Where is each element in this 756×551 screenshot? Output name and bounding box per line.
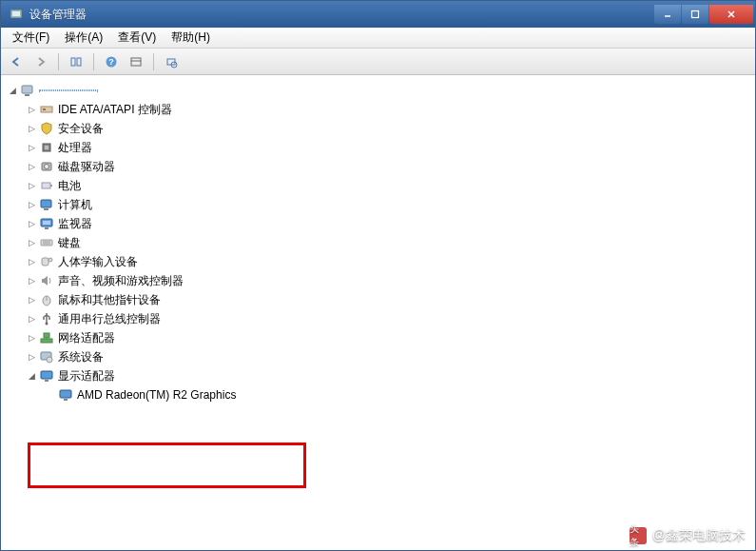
svg-point-39 [47,357,52,363]
tree-category[interactable]: ▷ 安全设备 [5,119,751,138]
tree-category[interactable]: ▷ 电池 [5,176,751,195]
category-label[interactable]: 网络适配器 [58,330,115,346]
tree-view[interactable]: ◢ ▷ IDE ATA/ATAPI 控制器 ▷ 安全设备 ▷ 处理器 ▷ 磁盘驱… [1,75,755,550]
tree-category[interactable]: ▷ 磁盘驱动器 [5,157,751,176]
tree-category[interactable]: ▷ 计算机 [5,195,751,214]
collapse-icon[interactable]: ◢ [26,370,37,382]
tree-device[interactable]: AMD Radeon(TM) R2 Graphics [5,385,751,404]
category-label[interactable]: 声音、视频和游戏控制器 [58,273,184,289]
category-label[interactable]: 处理器 [58,140,92,156]
battery-icon [39,178,54,193]
category-label[interactable]: 显示适配器 [58,368,115,384]
svg-rect-26 [45,227,48,229]
scan-button[interactable] [160,51,183,72]
tree-category[interactable]: ▷ 监视器 [5,214,751,233]
menu-view[interactable]: 查看(V) [110,28,164,48]
expand-icon[interactable]: ▷ [26,218,37,229]
tree-root[interactable]: ◢ [5,81,751,100]
svg-rect-14 [41,107,52,112]
menubar: 文件(F) 操作(A) 查看(V) 帮助(H) [1,28,755,49]
menu-file[interactable]: 文件(F) [5,28,57,48]
expand-icon[interactable]: ▷ [26,275,37,286]
forward-button[interactable] [29,51,52,72]
expand-icon[interactable]: ▷ [26,161,37,172]
disk-icon [39,159,54,174]
svg-rect-40 [41,371,52,379]
svg-rect-4 [71,58,75,66]
svg-rect-20 [42,183,50,188]
category-label[interactable]: 系统设备 [58,349,104,365]
network-icon [39,330,54,345]
expand-icon[interactable]: ▷ [26,332,37,344]
toolbar-separator [58,53,59,70]
root-label[interactable] [39,89,98,91]
svg-text:?: ? [108,57,114,67]
svg-rect-17 [45,146,48,149]
svg-rect-13 [25,94,29,96]
menu-help[interactable]: 帮助(H) [164,28,218,48]
tree-category[interactable]: ▷ 系统设备 [5,347,751,366]
minimize-button[interactable] [654,5,681,24]
expand-icon[interactable]: ▷ [26,294,37,305]
category-label[interactable]: 计算机 [58,197,92,213]
expand-icon[interactable]: ▷ [26,351,37,363]
keyboard-icon [39,235,54,250]
menu-action[interactable]: 操作(A) [57,28,110,48]
tree-category[interactable]: ▷ 通用串行总线控制器 [5,309,751,328]
mouse-icon [39,292,54,307]
expand-icon[interactable]: ▷ [26,104,37,115]
category-label[interactable]: 安全设备 [58,121,104,137]
collapse-icon[interactable]: ◢ [7,85,18,96]
svg-point-19 [45,165,49,169]
help-button[interactable]: ? [100,51,123,72]
tree-category-display[interactable]: ◢ 显示适配器 [5,366,751,385]
category-label[interactable]: 人体学输入设备 [58,254,138,270]
svg-rect-5 [77,58,81,66]
watermark: 头条 @鑫荣电脑技术 [630,527,746,544]
titlebar[interactable]: 设备管理器 [1,1,755,28]
svg-rect-8 [131,58,141,66]
svg-rect-35 [41,339,52,343]
svg-rect-41 [45,380,48,382]
toolbar-separator [93,53,94,70]
tree-category[interactable]: ▷ 网络适配器 [5,328,751,347]
expand-icon[interactable]: ▷ [26,142,37,153]
category-label[interactable]: 磁盘驱动器 [58,159,115,175]
category-label[interactable]: IDE ATA/ATAPI 控制器 [58,102,172,118]
category-label[interactable]: 监视器 [58,216,92,232]
watermark-icon: 头条 [630,527,647,544]
maximize-button[interactable] [682,5,708,24]
svg-rect-3 [692,11,699,18]
category-label[interactable]: 电池 [58,178,81,194]
tree-category[interactable]: ▷ 鼠标和其他指针设备 [5,290,751,309]
category-label[interactable]: 键盘 [58,235,81,251]
category-label[interactable]: 鼠标和其他指针设备 [58,292,161,308]
svg-rect-43 [64,399,68,401]
display-icon [39,368,54,384]
properties-button[interactable] [125,51,147,72]
expand-icon[interactable]: ▷ [26,256,37,267]
tree-category[interactable]: ▷ IDE ATA/ATAPI 控制器 [5,100,751,119]
back-button[interactable] [5,51,28,72]
svg-rect-23 [44,208,48,210]
close-button[interactable] [709,5,753,24]
computer-icon [20,83,35,98]
sound-icon [39,273,54,288]
show-hide-button[interactable] [65,51,87,72]
monitor-icon [39,216,54,231]
tree-category[interactable]: ▷ 声音、视频和游戏控制器 [5,271,751,290]
window-controls [653,5,753,24]
expand-icon[interactable]: ▷ [26,180,37,191]
tree-category[interactable]: ▷ 处理器 [5,138,751,157]
expand-icon[interactable]: ▷ [26,237,37,248]
hid-icon [39,254,54,269]
expand-icon[interactable]: ▷ [26,199,37,210]
system-icon [39,349,54,364]
category-label[interactable]: 通用串行总线控制器 [58,311,161,327]
svg-rect-36 [44,333,49,338]
expand-icon[interactable]: ▷ [26,313,37,325]
device-label[interactable]: AMD Radeon(TM) R2 Graphics [77,388,236,402]
tree-category[interactable]: ▷ 人体学输入设备 [5,252,751,271]
tree-category[interactable]: ▷ 键盘 [5,233,751,252]
expand-icon[interactable]: ▷ [26,123,37,134]
